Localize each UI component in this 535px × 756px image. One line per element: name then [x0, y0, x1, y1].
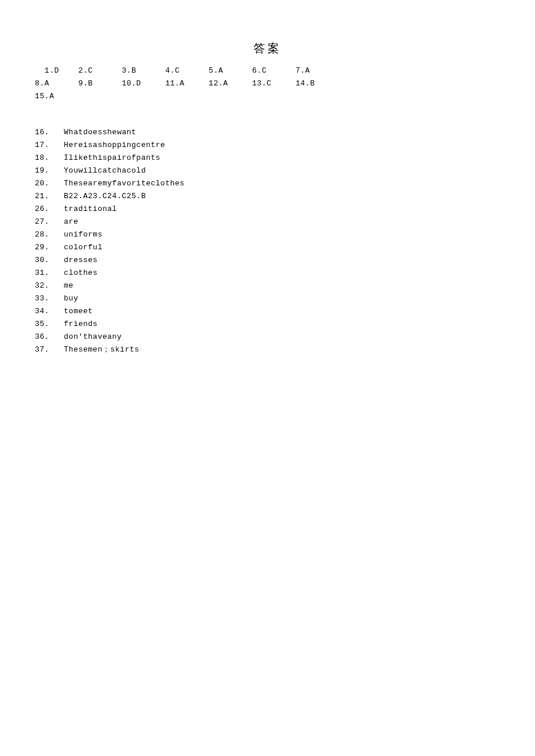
answer-item: 21. B22.A23.C24.C25.B	[35, 190, 500, 203]
mc-row-2: 8.A 9.B 10.D 11.A 12.A 13.C 14.B	[35, 77, 500, 90]
answer-item-number: 37.	[35, 345, 49, 354]
answer-item-number: 18.	[35, 153, 49, 162]
answer-item: 31. clothes	[35, 267, 500, 280]
answer-item-text: clothes	[64, 268, 98, 277]
answer-item-number: 27.	[35, 217, 49, 226]
answer-item: 19. Youwillcatchacold	[35, 164, 500, 177]
answer-item-text: colorful	[64, 243, 102, 252]
answer-item-text: tomeet	[64, 307, 93, 316]
answer-item: 27. are	[35, 216, 500, 228]
answer-item-text: don'thaveany	[64, 332, 122, 341]
answer-item: 16. Whatdoesshewant	[35, 126, 500, 139]
answer-item: 30. dresses	[35, 254, 500, 267]
answer-item-text: Thesearemyfavoriteclothes	[64, 179, 185, 188]
answer-item-number: 28.	[35, 230, 49, 239]
answer-item-number: 32.	[35, 281, 49, 290]
answer-item-number: 26.	[35, 205, 49, 213]
answer-item: 36. don'thaveany	[35, 331, 500, 343]
answer-item: 18. Ilikethispairofpants	[35, 152, 500, 164]
answer-item-text: dresses	[64, 256, 98, 264]
answer-item: 33. buy	[35, 292, 500, 305]
answer-item-text: are	[64, 217, 79, 226]
answer-item: 28. uniforms	[35, 228, 500, 241]
answer-item-text: Hereisashoppingcentre	[64, 141, 165, 149]
answer-item-text: Youwillcatchacold	[64, 166, 146, 175]
answer-item-number: 17.	[35, 141, 49, 149]
answer-item: 35. friends	[35, 318, 500, 331]
answer-item-number: 29.	[35, 243, 49, 252]
answer-item-number: 16.	[35, 128, 49, 137]
answer-item: 20. Thesearemyfavoriteclothes	[35, 177, 500, 190]
answer-item-text: Whatdoesshewant	[64, 128, 137, 137]
answer-item-number: 31.	[35, 268, 49, 277]
answer-item: 32. me	[35, 280, 500, 292]
answer-item-number: 36.	[35, 332, 49, 341]
answer-item-text: Thesemen；skirts	[64, 345, 140, 354]
mc-row-3: 15.A	[35, 90, 500, 103]
page-title: 答案	[35, 41, 500, 56]
answer-item: 34. tomeet	[35, 305, 500, 318]
answer-item-text: buy	[64, 294, 79, 303]
answer-item-number: 19.	[35, 166, 49, 175]
multiple-choice-answers: 1.D 2.C 3.B 4.C 5.A 6.C 7.A 8.A 9.B 10.D…	[35, 65, 500, 103]
answer-item-number: 21.	[35, 192, 49, 200]
answer-item: 29. colorful	[35, 241, 500, 254]
answer-list: 16. Whatdoesshewant17. Hereisashoppingce…	[35, 126, 500, 356]
answer-item-number: 35.	[35, 320, 49, 328]
answer-item-number: 30.	[35, 256, 49, 264]
answer-item-number: 34.	[35, 307, 49, 316]
answer-item-text: B22.A23.C24.C25.B	[64, 192, 146, 200]
answer-item-number: 33.	[35, 294, 49, 303]
answer-item-number: 20.	[35, 179, 49, 188]
answer-item-text: me	[64, 281, 74, 290]
answer-item: 37. Thesemen；skirts	[35, 343, 500, 356]
answer-item: 17. Hereisashoppingcentre	[35, 139, 500, 152]
answer-item: 26. traditional	[35, 203, 500, 216]
answer-item-text: Ilikethispairofpants	[64, 153, 160, 162]
answer-item-text: traditional	[64, 205, 117, 213]
answer-item-text: friends	[64, 320, 98, 328]
answer-item-text: uniforms	[64, 230, 102, 239]
mc-row-1: 1.D 2.C 3.B 4.C 5.A 6.C 7.A	[35, 65, 500, 77]
